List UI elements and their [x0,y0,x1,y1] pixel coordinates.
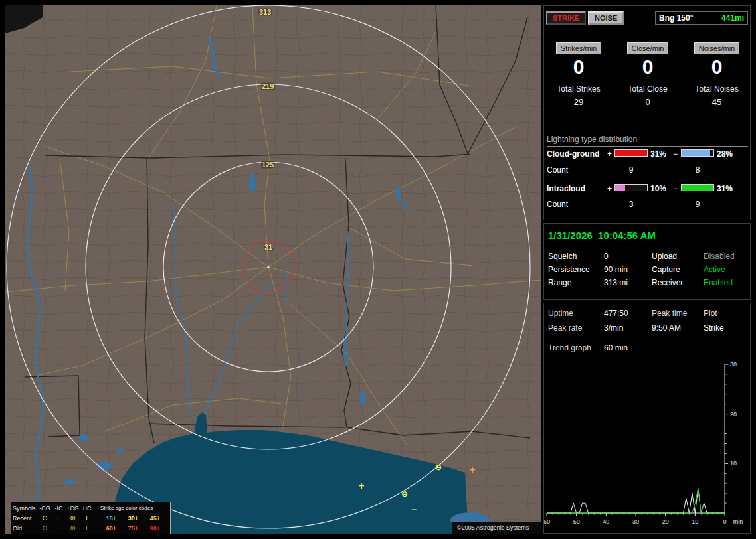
persistence-label: Persistence [548,265,590,274]
old-pos-ic-symbol: + [80,525,94,532]
bearing-label: Bng 150° [659,13,693,23]
trend-graph: 6050403020100min102030 [544,359,751,533]
distribution-title: Lightning type distribution [547,135,748,147]
peak-rate-label: Peak rate [548,323,582,333]
noises-per-min-button[interactable]: Noises/min [694,42,739,54]
squelch-row: Squelch 0 Upload Disabled [544,252,751,262]
age-90: 90+ [144,525,166,532]
cloud-ground-label: Cloud-ground [547,149,599,159]
age-75: 75+ [122,525,144,532]
plot-label: Plot [704,309,717,318]
svg-text:min: min [733,518,743,525]
receiver-status: Enabled [704,278,733,287]
uptime-value: 477:50 [604,309,628,318]
trend-graph-row: Trend graph 60 min [544,343,751,354]
trend-graph-label: Trend graph [548,343,591,352]
total-close-value: 0 [613,97,682,107]
uptime-label: Uptime [548,309,573,318]
cg-minus-bar [681,149,714,157]
age-60: 60+ [100,525,122,532]
cg-minus-count: 8 [680,165,715,175]
range-value: 313 mi [604,278,628,287]
old-pos-cg-symbol: ⊕ [66,525,80,532]
strike-legend: Symbols -CG -IC +CG +IC Strike age color… [11,502,171,534]
ring-label-31: 31 [264,243,272,251]
strike-button[interactable]: STRIKE [546,11,586,25]
total-strikes-value: 29 [544,97,613,107]
cg-minus-pct: 28% [717,149,733,159]
svg-text:60: 60 [544,518,550,525]
ring-label-125: 125 [262,161,274,169]
control-panel: STRIKE NOISE Bng 150° 441mi Strikes/min … [543,5,751,534]
peak-rate-value: 3/min [604,323,623,333]
capture-status: Active [704,265,725,274]
range-label: Range [548,278,571,287]
persistence-value: 90 min [604,265,628,274]
age-30: 30+ [122,515,144,522]
squelch-label: Squelch [548,252,577,261]
legend-col-neg-cg: -CG [38,505,52,512]
age-15: 15+ [100,515,122,522]
lightning-map[interactable]: 313 219 125 31 ⊖++⊖− Symbols -CG -IC +CG… [5,5,541,534]
bearing-display: Bng 150° 441mi [655,11,748,25]
legend-col-pos-ic: +IC [80,505,94,512]
svg-text:10: 10 [692,518,698,525]
map-canvas: 313 219 125 31 [5,5,541,534]
receiver-label: Receiver [652,278,683,287]
datetime-display: 1/31/2026 10:04:56 AM [548,230,656,241]
strikes-per-min-button[interactable]: Strikes/min [556,42,601,54]
squelch-value: 0 [604,252,609,261]
cloud-ground-count-row: Count 9 8 [544,165,751,176]
minus-sign: − [673,184,678,193]
upload-label: Upload [652,252,677,261]
legend-row-recent-label: Recent [13,515,38,522]
capture-label: Capture [652,265,680,274]
svg-text:10: 10 [730,460,737,467]
old-neg-cg-symbol: ⊖ [38,525,52,532]
legend-divider [98,504,98,532]
svg-text:30: 30 [632,518,639,525]
total-noises-value: 45 [682,97,751,107]
svg-text:0: 0 [723,518,726,525]
status-section: 1/31/2026 10:04:56 AM Squelch 0 Upload D… [543,223,751,300]
receiver-location-dot [267,266,269,268]
svg-text:40: 40 [603,518,609,525]
strikes-per-min-value: 0 [544,56,613,78]
ic-minus-count: 9 [680,200,715,209]
range-row: Range 313 mi Receiver Enabled [544,278,751,289]
svg-text:50: 50 [573,518,580,525]
plus-sign: + [607,149,612,159]
cg-plus-bar [614,149,648,157]
plot-value: Strike [704,323,724,333]
svg-text:30: 30 [730,361,737,368]
copyright-text: ©2005 Astrogenic Systems [457,524,529,531]
noise-button[interactable]: NOISE [588,11,624,25]
noises-per-min-value: 0 [682,56,751,78]
legend-age-header: Strike age color codes [100,505,166,511]
uptime-row: Uptime 477:50 Peak time Plot [544,309,751,319]
count-label: Count [547,165,568,175]
svg-text:20: 20 [730,411,737,418]
peak-time-label: Peak time [652,309,687,318]
ring-label-219: 219 [262,82,274,90]
ic-plus-pct: 10% [650,184,666,193]
ic-plus-bar [614,184,648,191]
minus-sign: − [673,149,678,159]
noises-rate-column: Noises/min 0 Total Noises 45 [682,42,751,107]
intracloud-row: Intracloud + 10% − 31% [544,184,751,194]
ic-minus-bar [681,184,714,191]
close-rate-column: Close/min 0 Total Close 0 [613,42,682,107]
recent-pos-ic-symbol: + [80,515,94,522]
total-noises-label: Total Noises [682,84,751,94]
persistence-row: Persistence 90 min Capture Active [544,265,751,275]
recent-neg-cg-symbol: ⊖ [38,515,52,522]
ic-minus-pct: 31% [717,184,733,193]
plus-sign: + [607,184,612,193]
legend-row-old-label: Old [13,525,38,532]
strikes-rate-column: Strikes/min 0 Total Strikes 29 [544,42,613,107]
close-per-min-button[interactable]: Close/min [627,42,669,54]
svg-text:20: 20 [662,518,669,525]
ic-plus-count: 3 [614,200,648,209]
close-per-min-value: 0 [613,56,682,78]
cg-plus-pct: 31% [650,149,666,159]
